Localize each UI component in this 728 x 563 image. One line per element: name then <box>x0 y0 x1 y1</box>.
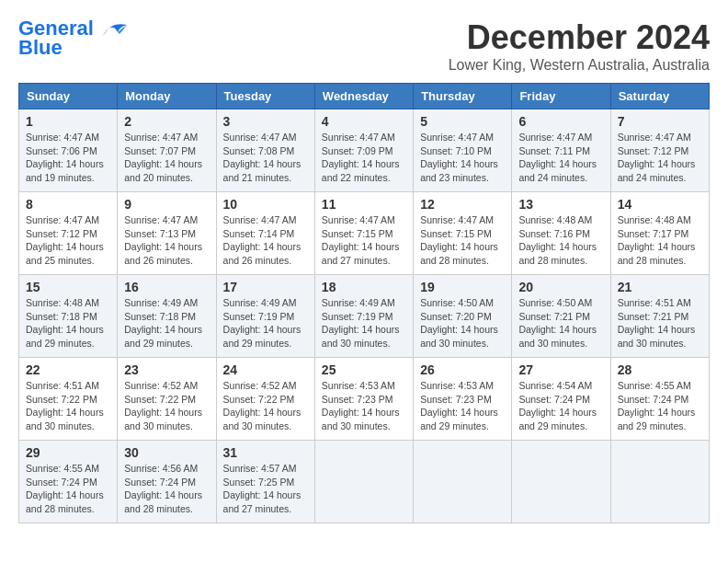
day-number: 1 <box>26 114 110 129</box>
calendar-cell: 2Sunrise: 4:47 AM Sunset: 7:07 PM Daylig… <box>118 109 216 192</box>
calendar-cell: 14Sunrise: 4:48 AM Sunset: 7:17 PM Dayli… <box>610 192 709 275</box>
day-number: 25 <box>322 362 406 377</box>
day-info: Sunrise: 4:53 AM Sunset: 7:23 PM Dayligh… <box>420 379 505 433</box>
day-info: Sunrise: 4:48 AM Sunset: 7:16 PM Dayligh… <box>518 213 603 268</box>
day-number: 16 <box>124 280 209 294</box>
day-number: 11 <box>322 197 406 212</box>
calendar-cell: 31Sunrise: 4:57 AM Sunset: 7:25 PM Dayli… <box>216 441 314 523</box>
calendar-cell: 5Sunrise: 4:47 AM Sunset: 7:10 PM Daylig… <box>414 109 512 192</box>
logo-blue: Blue <box>18 36 63 60</box>
calendar-cell: 17Sunrise: 4:49 AM Sunset: 7:19 PM Dayli… <box>216 275 314 358</box>
day-number: 7 <box>618 114 702 129</box>
day-info: Sunrise: 4:47 AM Sunset: 7:13 PM Dayligh… <box>124 213 209 268</box>
day-info: Sunrise: 4:48 AM Sunset: 7:18 PM Dayligh… <box>26 296 110 350</box>
day-number: 4 <box>322 114 406 129</box>
calendar-week-4: 22Sunrise: 4:51 AM Sunset: 7:22 PM Dayli… <box>19 358 710 441</box>
day-info: Sunrise: 4:49 AM Sunset: 7:18 PM Dayligh… <box>124 296 209 350</box>
calendar-cell <box>314 441 413 523</box>
page-header: General Blue December 2024 Lower King, W… <box>18 18 710 74</box>
day-info: Sunrise: 4:47 AM Sunset: 7:11 PM Dayligh… <box>518 131 603 185</box>
calendar-week-3: 15Sunrise: 4:48 AM Sunset: 7:18 PM Dayli… <box>19 275 710 358</box>
day-info: Sunrise: 4:49 AM Sunset: 7:19 PM Dayligh… <box>322 296 406 350</box>
day-number: 29 <box>26 445 110 460</box>
calendar-cell: 7Sunrise: 4:47 AM Sunset: 7:12 PM Daylig… <box>610 109 709 192</box>
day-number: 3 <box>223 114 308 129</box>
calendar-cell <box>512 441 610 523</box>
calendar-cell: 27Sunrise: 4:54 AM Sunset: 7:24 PM Dayli… <box>512 358 610 441</box>
calendar-cell: 8Sunrise: 4:47 AM Sunset: 7:12 PM Daylig… <box>19 192 118 275</box>
day-number: 5 <box>420 114 505 129</box>
day-info: Sunrise: 4:53 AM Sunset: 7:23 PM Dayligh… <box>322 379 406 433</box>
header-friday: Friday <box>512 84 610 109</box>
calendar-cell: 10Sunrise: 4:47 AM Sunset: 7:14 PM Dayli… <box>216 192 314 275</box>
calendar-cell: 25Sunrise: 4:53 AM Sunset: 7:23 PM Dayli… <box>314 358 413 441</box>
calendar-cell <box>610 441 709 523</box>
calendar-cell: 1Sunrise: 4:47 AM Sunset: 7:06 PM Daylig… <box>19 109 118 192</box>
day-number: 30 <box>124 445 209 460</box>
day-number: 13 <box>518 197 603 212</box>
logo-bird-icon <box>101 19 129 40</box>
day-info: Sunrise: 4:47 AM Sunset: 7:14 PM Dayligh… <box>223 213 308 268</box>
header-thursday: Thursday <box>414 84 512 109</box>
calendar-cell: 28Sunrise: 4:55 AM Sunset: 7:24 PM Dayli… <box>610 358 709 441</box>
header-tuesday: Tuesday <box>216 84 314 109</box>
calendar-subtitle: Lower King, Western Australia, Australia <box>449 57 710 74</box>
day-number: 15 <box>26 280 110 294</box>
day-number: 17 <box>223 280 308 294</box>
calendar-week-2: 8Sunrise: 4:47 AM Sunset: 7:12 PM Daylig… <box>19 192 710 275</box>
day-number: 27 <box>518 362 603 377</box>
day-info: Sunrise: 4:56 AM Sunset: 7:24 PM Dayligh… <box>124 462 209 516</box>
day-number: 21 <box>618 280 702 294</box>
day-info: Sunrise: 4:54 AM Sunset: 7:24 PM Dayligh… <box>518 379 603 433</box>
calendar-cell: 22Sunrise: 4:51 AM Sunset: 7:22 PM Dayli… <box>19 358 118 441</box>
day-info: Sunrise: 4:51 AM Sunset: 7:21 PM Dayligh… <box>618 296 702 350</box>
day-number: 20 <box>518 280 603 294</box>
calendar-cell: 20Sunrise: 4:50 AM Sunset: 7:21 PM Dayli… <box>512 275 610 358</box>
day-info: Sunrise: 4:52 AM Sunset: 7:22 PM Dayligh… <box>223 379 308 433</box>
day-info: Sunrise: 4:55 AM Sunset: 7:24 PM Dayligh… <box>26 462 110 516</box>
header-row: Sunday Monday Tuesday Wednesday Thursday… <box>19 84 710 109</box>
day-info: Sunrise: 4:47 AM Sunset: 7:12 PM Dayligh… <box>26 213 110 268</box>
header-wednesday: Wednesday <box>314 84 413 109</box>
day-info: Sunrise: 4:48 AM Sunset: 7:17 PM Dayligh… <box>618 213 702 268</box>
day-info: Sunrise: 4:50 AM Sunset: 7:21 PM Dayligh… <box>518 296 603 350</box>
calendar-cell: 26Sunrise: 4:53 AM Sunset: 7:23 PM Dayli… <box>414 358 512 441</box>
day-info: Sunrise: 4:47 AM Sunset: 7:15 PM Dayligh… <box>420 213 505 268</box>
day-info: Sunrise: 4:47 AM Sunset: 7:15 PM Dayligh… <box>322 213 406 268</box>
calendar-week-1: 1Sunrise: 4:47 AM Sunset: 7:06 PM Daylig… <box>19 109 710 192</box>
day-number: 2 <box>124 114 209 129</box>
day-number: 12 <box>420 197 505 212</box>
header-monday: Monday <box>118 84 216 109</box>
day-number: 18 <box>322 280 406 294</box>
header-sunday: Sunday <box>19 84 118 109</box>
calendar-cell: 9Sunrise: 4:47 AM Sunset: 7:13 PM Daylig… <box>118 192 216 275</box>
day-info: Sunrise: 4:47 AM Sunset: 7:12 PM Dayligh… <box>618 131 702 185</box>
calendar-cell <box>414 441 512 523</box>
calendar-cell: 15Sunrise: 4:48 AM Sunset: 7:18 PM Dayli… <box>19 275 118 358</box>
day-info: Sunrise: 4:51 AM Sunset: 7:22 PM Dayligh… <box>26 379 110 433</box>
calendar-cell: 13Sunrise: 4:48 AM Sunset: 7:16 PM Dayli… <box>512 192 610 275</box>
day-number: 23 <box>124 362 209 377</box>
day-number: 26 <box>420 362 505 377</box>
calendar-cell: 12Sunrise: 4:47 AM Sunset: 7:15 PM Dayli… <box>414 192 512 275</box>
day-info: Sunrise: 4:47 AM Sunset: 7:10 PM Dayligh… <box>420 131 505 185</box>
day-number: 14 <box>618 197 702 212</box>
day-number: 31 <box>223 445 308 460</box>
calendar-cell: 4Sunrise: 4:47 AM Sunset: 7:09 PM Daylig… <box>314 109 413 192</box>
day-number: 24 <box>223 362 308 377</box>
day-number: 10 <box>223 197 308 212</box>
day-number: 8 <box>26 197 110 212</box>
day-info: Sunrise: 4:47 AM Sunset: 7:06 PM Dayligh… <box>26 131 110 185</box>
calendar-cell: 29Sunrise: 4:55 AM Sunset: 7:24 PM Dayli… <box>19 441 118 523</box>
calendar-cell: 11Sunrise: 4:47 AM Sunset: 7:15 PM Dayli… <box>314 192 413 275</box>
header-saturday: Saturday <box>610 84 709 109</box>
calendar-cell: 3Sunrise: 4:47 AM Sunset: 7:08 PM Daylig… <box>216 109 314 192</box>
day-info: Sunrise: 4:52 AM Sunset: 7:22 PM Dayligh… <box>124 379 209 433</box>
day-info: Sunrise: 4:47 AM Sunset: 7:09 PM Dayligh… <box>322 131 406 185</box>
day-number: 28 <box>618 362 702 377</box>
title-section: December 2024 Lower King, Western Austra… <box>449 18 710 74</box>
calendar-cell: 21Sunrise: 4:51 AM Sunset: 7:21 PM Dayli… <box>610 275 709 358</box>
day-info: Sunrise: 4:50 AM Sunset: 7:20 PM Dayligh… <box>420 296 505 350</box>
calendar-cell: 18Sunrise: 4:49 AM Sunset: 7:19 PM Dayli… <box>314 275 413 358</box>
calendar-cell: 30Sunrise: 4:56 AM Sunset: 7:24 PM Dayli… <box>118 441 216 523</box>
